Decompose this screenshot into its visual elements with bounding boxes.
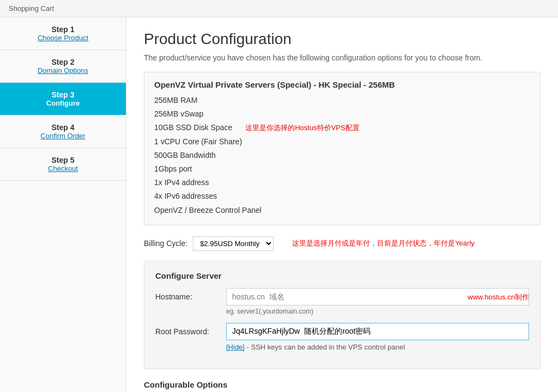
spec-3: 1 vCPU Core (Fair Share)	[154, 135, 242, 149]
spec-4: 500GB Bandwidth	[154, 149, 216, 162]
configurable-options-title: Configurable Options	[144, 380, 541, 389]
root-password-input-wrap: [Hide] - SSH keys can be added in the VP…	[226, 323, 529, 351]
intro-text: The product/service you have chosen has …	[144, 53, 541, 62]
hostname-red-note: www.hostus.cn制作	[468, 292, 529, 302]
step2-num: Step 2	[9, 58, 117, 66]
sidebar-item-step1[interactable]: Step 1 Choose Product	[0, 17, 126, 50]
spec-5: 1Gbps port	[154, 162, 192, 176]
billing-label: Billing Cycle:	[144, 239, 187, 248]
page-title: Product Configuration	[144, 30, 541, 48]
hostname-input-wrap: www.hostus.cn制作 eg. server1(.yourdomain.…	[226, 288, 529, 315]
spec-row-4: 500GB Bandwidth	[154, 149, 530, 162]
billing-select[interactable]: $2.95USD Monthly Yearly	[193, 236, 274, 251]
hostname-hint: eg. server1(.yourdomain.com)	[226, 308, 529, 315]
step1-num: Step 1	[9, 25, 117, 34]
billing-note: 这里是选择月付或是年付，目前是月付状态，年付是Yearly	[292, 238, 475, 248]
step1-label: Choose Product	[9, 34, 117, 42]
billing-row: Billing Cycle: $2.95USD Monthly Yearly 这…	[144, 236, 541, 251]
configure-server-section: Configure Server Hostname: www.hostus.cn…	[144, 261, 541, 369]
sidebar: Step 1 Choose Product Step 2 Domain Opti…	[0, 17, 126, 392]
spec-6: 1x IPv4 address	[154, 176, 209, 189]
top-bar: Shopping Cart	[0, 0, 558, 17]
spec-row-1: 256MB vSwap	[154, 107, 530, 121]
spec-1: 256MB vSwap	[154, 107, 203, 121]
spec-row-2: 10GB SSD Disk Space 这里是你选择的Hostus特价VPS配置	[154, 121, 530, 134]
configurable-options-section: Configurable Options This product/servic…	[144, 380, 541, 392]
password-hint-text: - SSH keys can be added in the VPS contr…	[245, 343, 405, 351]
step5-label: Checkout	[9, 164, 117, 173]
root-password-field-row: Root Password: [Hide] - SSH keys can be …	[155, 323, 529, 351]
product-specs: 256MB RAM 256MB vSwap 10GB SSD Disk Spac…	[154, 94, 530, 217]
product-name: OpenVZ Virtual Private Servers (Special)…	[154, 80, 530, 89]
sidebar-item-step5[interactable]: Step 5 Checkout	[0, 148, 126, 181]
spec-row-3: 1 vCPU Core (Fair Share)	[154, 135, 530, 149]
spec-8: OpenVZ / Breeze Control Panel	[154, 204, 262, 217]
sidebar-item-step3[interactable]: Step 3 Configure	[0, 83, 126, 115]
root-password-input[interactable]	[226, 323, 529, 340]
step3-num: Step 3	[9, 90, 117, 99]
step4-label: Confirm Order	[9, 132, 117, 140]
spec-row-5: 1Gbps port	[154, 162, 530, 176]
sidebar-item-step2[interactable]: Step 2 Domain Options	[0, 50, 126, 83]
spec-row-8: OpenVZ / Breeze Control Panel	[154, 204, 530, 217]
product-spec-note: 这里是你选择的Hostus特价VPS配置	[245, 121, 359, 134]
password-hint: [Hide] - SSH keys can be added in the VP…	[226, 343, 529, 351]
sidebar-item-step4[interactable]: Step 4 Confirm Order	[0, 115, 126, 148]
hostname-label: Hostname:	[155, 288, 226, 301]
step5-num: Step 5	[9, 156, 117, 164]
hide-link[interactable]: [Hide]	[226, 343, 245, 351]
main-content: Product Configuration The product/servic…	[126, 17, 558, 392]
topbar-label: Shopping Cart	[9, 4, 54, 13]
spec-0: 256MB RAM	[154, 94, 197, 107]
step4-num: Step 4	[9, 123, 117, 132]
spec-7: 4x IPv6 addresses	[154, 189, 217, 203]
product-box: OpenVZ Virtual Private Servers (Special)…	[144, 72, 541, 225]
step3-label: Configure	[9, 99, 117, 107]
spec-row-7: 4x IPv6 addresses	[154, 189, 530, 203]
step2-label: Domain Options	[9, 66, 117, 75]
hostname-field-row: Hostname: www.hostus.cn制作 eg. server1(.y…	[155, 288, 529, 315]
spec-2: 10GB SSD Disk Space	[154, 121, 232, 134]
spec-row-6: 1x IPv4 address	[154, 176, 530, 189]
spec-row-0: 256MB RAM	[154, 94, 530, 107]
root-password-label: Root Password:	[155, 323, 226, 336]
configure-server-title: Configure Server	[155, 271, 529, 280]
